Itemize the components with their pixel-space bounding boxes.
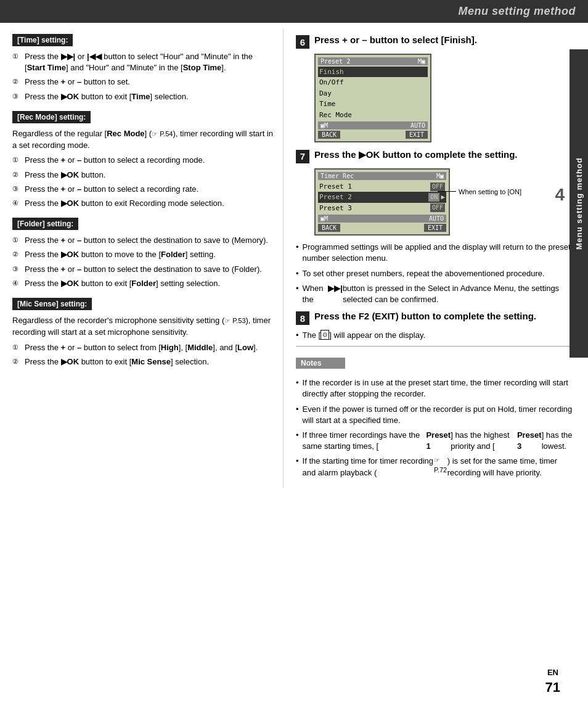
step-num: ①	[12, 51, 22, 61]
rec-mode-step-3: ③ Press the + or – button to select a re…	[12, 184, 273, 195]
lcd2-note: When setting to [ON]	[438, 188, 521, 195]
lcd1-jm: ▣M	[321, 122, 328, 129]
time-step-3: ③ Press the ▶OK button to exit [Time] se…	[12, 91, 273, 102]
lcd2-note-line	[438, 191, 456, 192]
step-8-title: Press the F2 (EXIT) button to complete t…	[314, 310, 536, 322]
mic-sense-intro: Regardless of the recorder's microphone …	[12, 315, 273, 339]
rec-mode-intro: Regardless of the regular [Rec Mode] (☞ …	[12, 128, 273, 152]
time-setting-section: [Time] setting: ① Press the ▶▶| or |◀◀ b…	[12, 34, 273, 102]
time-setting-header: [Time] setting:	[12, 34, 73, 46]
bullet-2: To set other preset numbers, repeat the …	[296, 268, 578, 279]
lcd2-timer-label: Timer Rec	[321, 173, 354, 179]
mic-sense-steps: ① Press the + or – button to select from…	[12, 342, 273, 367]
step-7-heading: 7 Press the ▶OK button to complete the s…	[296, 149, 578, 163]
lcd1-top-bar: Preset 2 M▣	[318, 57, 428, 65]
lcd2-note-text: When setting to [ON]	[459, 188, 521, 195]
lcd-screen-1: Preset 2 M▣ Finish On/Off Day Time Rec M…	[314, 54, 431, 142]
time-step-1: ① Press the ▶▶| or |◀◀ button to select …	[12, 51, 273, 73]
camera-icon: ⊙	[321, 330, 329, 340]
step-text: Press the ▶OK button to exit Recording m…	[25, 198, 273, 209]
folder-step-3: ③ Press the + or – button to select the …	[12, 264, 273, 275]
notes-list: If the recorder is in use at the preset …	[296, 377, 578, 478]
folder-step-1: ① Press the + or – button to select the …	[12, 235, 273, 246]
step-num: ④	[12, 198, 22, 208]
sidebar-label: Menu setting method	[574, 157, 584, 250]
lcd2-back-btn: BACK	[318, 224, 340, 232]
folder-setting-header: [Folder] setting:	[12, 218, 78, 230]
page-header: Menu setting method	[0, 0, 588, 23]
lcd2-preset1: Preset 1	[319, 182, 428, 191]
folder-setting-section: [Folder] setting: ① Press the + or – but…	[12, 218, 273, 289]
lcd1-exit-btn: EXIT	[406, 131, 428, 139]
rec-mode-header: [Rec Mode] setting:	[12, 111, 91, 123]
mic-sense-step-2: ② Press the ▶OK button to exit [Mic Sens…	[12, 356, 273, 367]
lcd2-exit-btn: EXIT	[424, 224, 446, 232]
lcd2-preset2: Preset 2	[319, 192, 428, 202]
lcd1-row-recmode: Rec Mode	[318, 110, 428, 120]
step-7-number: 7	[296, 150, 309, 163]
chapter-number: 4	[555, 185, 565, 205]
step-6-heading: 6 Press + or – button to select [Finish]…	[296, 34, 578, 49]
lcd2-preset3: Preset 3	[319, 203, 428, 213]
lcd1-day: Day	[319, 89, 427, 98]
right-sidebar: Menu setting method	[570, 49, 588, 358]
lcd-screen-2-wrapper: Timer Rec M▣ Preset 1 OFF Preset 2 ON ▶ …	[296, 168, 505, 236]
step-num: ③	[12, 91, 22, 101]
folder-step-4: ④ Press the ▶OK button to exit [Folder] …	[12, 278, 273, 289]
step-6-title: Press + or – button to select [Finish].	[314, 34, 477, 46]
note-4: If the starting time for timer recording…	[296, 456, 578, 478]
time-step-2: ② Press the + or – button to set.	[12, 76, 273, 88]
time-setting-steps: ① Press the ▶▶| or |◀◀ button to select …	[12, 51, 273, 102]
step-num: ③	[12, 264, 22, 274]
step-8-number: 8	[296, 311, 309, 325]
mic-sense-section: [Mic Sense] setting: Regardless of the r…	[12, 298, 273, 367]
lcd1-back-btn: BACK	[318, 131, 340, 139]
lcd2-auto: AUTO	[429, 215, 444, 222]
right-column: 6 Press + or – button to select [Finish]…	[284, 29, 588, 488]
lcd2-top-bar: Timer Rec M▣	[318, 172, 446, 180]
rec-mode-step-4: ④ Press the ▶OK button to exit Recording…	[12, 198, 273, 209]
lcd2-buttons: BACK EXIT	[318, 224, 446, 232]
lcd1-bottom-bar: ▣M AUTO	[318, 121, 428, 129]
left-column: [Time] setting: ① Press the ▶▶| or |◀◀ b…	[0, 29, 284, 488]
lcd1-time: Time	[319, 99, 427, 109]
rec-mode-step-2: ② Press the ▶OK button.	[12, 170, 273, 181]
step-text: Press the + or – button to set.	[25, 76, 273, 88]
folder-setting-steps: ① Press the + or – button to select the …	[12, 235, 273, 289]
lcd2-preset3-val: OFF	[430, 203, 445, 212]
rec-mode-section: [Rec Mode] setting: Regardless of the re…	[12, 111, 273, 209]
step-text: Press the + or – button to select the de…	[25, 264, 273, 275]
lcd2-row-preset3: Preset 3 OFF	[318, 203, 446, 213]
step-text: Press the ▶▶| or |◀◀ button to select "H…	[25, 51, 273, 73]
lcd2-jm: ▣M	[321, 215, 328, 222]
lcd1-row-onoff: On/Off	[318, 77, 428, 88]
step-text: Press the + or – button to select a reco…	[25, 184, 273, 195]
step8-bullet-1: The [⊙] will appear on the display.	[296, 330, 578, 341]
lcd-screen-2: Timer Rec M▣ Preset 1 OFF Preset 2 ON ▶ …	[314, 168, 450, 236]
lcd1-row-day: Day	[318, 88, 428, 99]
step-text: Press the + or – button to select a reco…	[25, 155, 273, 166]
step-num: ①	[12, 235, 22, 245]
step-6-number: 6	[296, 35, 309, 49]
page-number: 71	[545, 679, 560, 696]
lcd1-preset-label: Preset 2	[321, 58, 350, 65]
lcd1-buttons: BACK EXIT	[318, 131, 428, 139]
step-num: ①	[12, 342, 22, 352]
step-text: Press the + or – button to select the de…	[25, 235, 273, 246]
step-num: ②	[12, 249, 22, 259]
lcd1-finish: Finish	[319, 67, 427, 76]
lcd1-onoff: On/Off	[319, 78, 427, 87]
step-8-heading: 8 Press the F2 (EXIT) button to complete…	[296, 310, 578, 325]
mic-sense-step-1: ① Press the + or – button to select from…	[12, 342, 273, 353]
lcd1-row-finish: Finish	[318, 67, 428, 77]
notes-header: Notes	[296, 358, 345, 369]
step-num: ④	[12, 278, 22, 288]
note-2: Even if the power is turned off or the r…	[296, 404, 578, 426]
lcd2-row-preset2: Preset 2 ON ▶	[318, 192, 446, 202]
step-text: Press the ▶OK button to exit [Folder] se…	[25, 278, 273, 289]
step-num: ②	[12, 170, 22, 179]
step-7-title: Press the ▶OK button to complete the set…	[314, 149, 518, 161]
step8-bullets: The [⊙] will appear on the display.	[296, 330, 578, 341]
step-num: ③	[12, 184, 22, 194]
lcd2-bottom-bar: ▣M AUTO	[318, 215, 446, 223]
